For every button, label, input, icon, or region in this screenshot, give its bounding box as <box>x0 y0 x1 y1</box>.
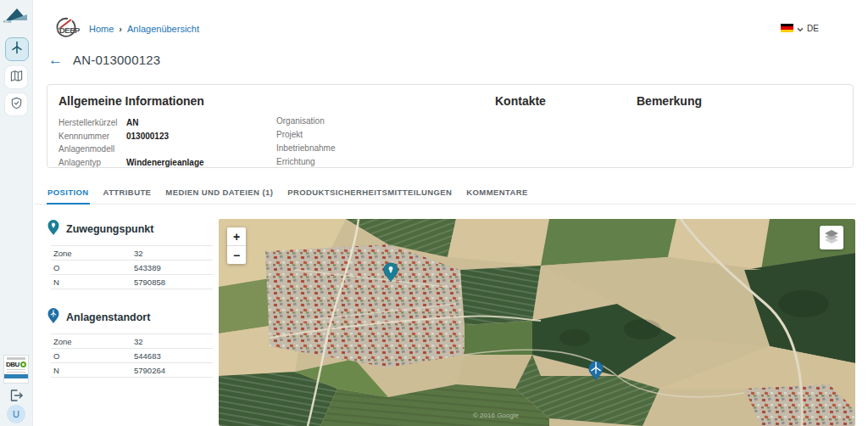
field-label: Anlagenmodell <box>58 143 126 156</box>
field-label: Kennnummer <box>58 130 126 143</box>
map-layers-button[interactable] <box>820 226 843 249</box>
language-code: DE <box>807 24 819 33</box>
zoom-in-button[interactable]: + <box>227 227 246 246</box>
zoom-out-button[interactable]: − <box>227 246 246 264</box>
tab-position[interactable]: POSITION <box>47 184 90 205</box>
page-header: ← AN-013000123 <box>48 53 160 67</box>
field-value: Windenergieanlage <box>126 156 204 170</box>
map-icon <box>10 70 23 86</box>
svg-text:FOW: FOW <box>3 20 12 24</box>
dbu-logo: DBU <box>3 355 29 384</box>
satellite-imagery <box>219 219 855 426</box>
field-label: Errichtung <box>276 155 336 169</box>
field-value: AN <box>126 116 138 130</box>
table-row: Zone32 <box>51 334 213 349</box>
tab-medien[interactable]: MEDIEN UND DATEIEN (1) <box>164 184 274 205</box>
tab-produktsicherheit[interactable]: PRODUKTSICHERHEITSMITTEILUNGEN <box>287 184 453 205</box>
field-label: Herstellerkürzel <box>58 116 126 130</box>
table-row: Zone32 <box>51 246 213 261</box>
map[interactable]: + − © 2016 Google <box>219 219 855 426</box>
field-label: Organisation <box>276 115 336 128</box>
deep-logo: DEEP <box>49 14 86 40</box>
coordinates-table: Zone32 O544683 N5790264 <box>51 334 213 378</box>
dbu-ring-icon <box>20 362 26 367</box>
german-flag-icon <box>781 24 793 32</box>
map-zoom-control: + − <box>227 227 246 264</box>
contacts-section: Kontakte <box>495 94 637 158</box>
dbu-label: DBU <box>6 361 19 368</box>
field-value: 013000123 <box>126 130 169 143</box>
sidebar-item-anlagen[interactable] <box>5 37 29 61</box>
position-panel: Zuwegungspunkt Zone32 O543389 N5790858 A… <box>45 216 216 378</box>
turbine-location-pin-icon <box>47 307 60 328</box>
back-button[interactable]: ← <box>48 53 63 67</box>
language-selector[interactable]: DE <box>781 20 819 36</box>
logout-icon[interactable] <box>9 389 24 402</box>
field-label: Anlagentyp <box>58 156 126 170</box>
contacts-title: Kontakte <box>495 94 637 108</box>
table-row: N5790264 <box>51 363 213 378</box>
breadcrumb: Home › Anlagenübersicht <box>89 24 199 34</box>
access-point-pin-icon <box>47 219 60 239</box>
sidebar-item-checks[interactable] <box>5 93 27 115</box>
tab-bar: POSITION ATTRIBUTE MEDIEN UND DATEIEN (1… <box>34 184 856 205</box>
tab-attribute[interactable]: ATTRIBUTE <box>103 184 153 205</box>
map-attribution: © 2016 Google <box>473 412 519 419</box>
fow-logo: FOW <box>3 4 30 26</box>
remark-section: Bemerkung <box>637 94 842 158</box>
sidebar-item-map[interactable] <box>5 66 27 88</box>
layers-icon <box>823 229 840 247</box>
coordinates-table: Zone32 O543389 N5790858 <box>51 245 213 289</box>
field-label: Projekt <box>276 128 336 142</box>
remark-title: Bemerkung <box>637 94 842 108</box>
svg-text:DEEP: DEEP <box>59 25 81 35</box>
table-row: O543389 <box>51 261 213 275</box>
table-row: O544683 <box>51 349 213 363</box>
general-info-section: Allgemeine Informationen Herstellerkürze… <box>58 94 495 158</box>
shield-check-icon <box>10 97 23 113</box>
section-title: Zuwegungspunkt <box>66 223 153 235</box>
tab-kommentare[interactable]: KOMMENTARE <box>465 184 528 205</box>
section-title: Anlagenstandort <box>66 311 150 323</box>
page-title: AN-013000123 <box>73 53 160 67</box>
breadcrumb-home[interactable]: Home <box>89 24 114 34</box>
chevron-down-icon <box>797 20 804 36</box>
user-avatar[interactable]: U <box>7 405 25 423</box>
secondary-fields: Organisation Projekt Inbetriebnahme Erri… <box>276 115 336 169</box>
field-label: Inbetriebnahme <box>276 142 336 155</box>
info-card: Allgemeine Informationen Herstellerkürze… <box>47 84 854 168</box>
table-row: N5790858 <box>51 275 213 289</box>
chevron-right-icon: › <box>119 24 122 34</box>
wind-turbine-icon <box>10 41 24 58</box>
breadcrumb-current[interactable]: Anlagenübersicht <box>127 24 199 34</box>
main-content: DEEP Home › Anlagenübersicht DE ← AN-013… <box>32 0 868 426</box>
sidebar: FOW DBU <box>0 0 33 426</box>
general-info-title: Allgemeine Informationen <box>58 94 495 108</box>
